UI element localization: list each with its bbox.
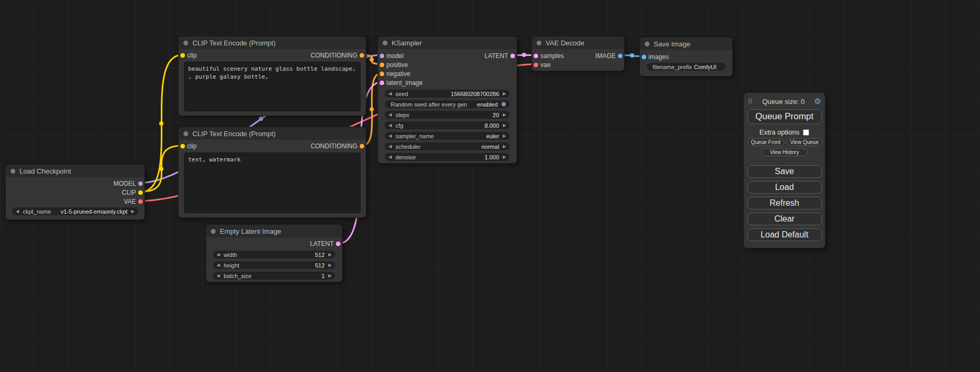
input-slot-positive[interactable] [380, 62, 384, 67]
widget-height[interactable]: ◀ height 512 ▶ [213, 261, 335, 269]
output-slot-conditioning[interactable] [360, 53, 364, 58]
widget-seed[interactable]: ◀ seed 156680208700286 ▶ [385, 90, 510, 98]
extra-options-checkbox[interactable] [803, 129, 809, 136]
node-save-image[interactable]: Save Image images filename_prefix ComfyU… [639, 37, 733, 77]
node-title: CLIP Text Encode (Prompt) [192, 39, 276, 47]
increment-icon[interactable]: ▶ [503, 92, 506, 96]
widget-scheduler[interactable]: ◀ scheduler normal ▶ [385, 142, 510, 150]
input-label: model [386, 52, 404, 60]
decrement-icon[interactable]: ◀ [217, 253, 220, 257]
output-slot-conditioning[interactable] [360, 144, 364, 149]
increment-icon[interactable]: ▶ [328, 253, 332, 257]
increment-icon[interactable]: ▶ [503, 145, 506, 149]
decrement-icon[interactable]: ◀ [389, 145, 392, 149]
decrement-icon[interactable]: ◀ [16, 209, 19, 214]
settings-gear-icon[interactable]: ⚙ [814, 97, 821, 106]
collapse-dot-icon[interactable] [183, 41, 188, 45]
prompt-textarea[interactable]: text, watermark [184, 152, 361, 213]
node-title-bar[interactable]: KSampler [378, 36, 517, 49]
queue-front-button[interactable]: Queue Front [748, 138, 784, 146]
node-clip-text-encode-positive[interactable]: CLIP Text Encode (Prompt) clip CONDITION… [178, 36, 366, 116]
node-title-bar[interactable]: Save Image [640, 37, 732, 50]
extra-options-row: Extra options [760, 128, 810, 136]
view-history-button[interactable]: View History [761, 148, 808, 156]
output-label: CONDITIONING [311, 52, 357, 59]
save-button[interactable]: Save [748, 165, 822, 178]
increment-icon[interactable]: ▶ [131, 209, 134, 214]
decrement-icon[interactable]: ◀ [389, 134, 392, 138]
decrement-icon[interactable]: ◀ [389, 113, 392, 117]
output-slot-latent[interactable] [510, 53, 515, 58]
input-slot-images[interactable] [642, 54, 646, 59]
output-label: IMAGE [595, 52, 616, 60]
input-slot-negative[interactable] [380, 71, 384, 76]
output-label: CLIP [122, 189, 136, 196]
output-slot-image[interactable] [618, 53, 623, 58]
collapse-dot-icon[interactable] [645, 42, 649, 46]
node-title-bar[interactable]: Empty Latent Image [206, 225, 342, 237]
output-slot-clip[interactable] [138, 190, 143, 195]
node-empty-latent-image[interactable]: Empty Latent Image LATENT ◀ width 512 ▶ … [206, 224, 343, 282]
wire-midpoint-dot [259, 117, 263, 121]
input-slot-latent-image[interactable] [380, 80, 384, 85]
node-ksampler[interactable]: KSampler model LATENT positive negative … [377, 36, 517, 164]
node-title-bar[interactable]: VAE Decode [532, 36, 624, 49]
queue-prompt-button[interactable]: Queue Prompt [748, 109, 822, 124]
decrement-icon[interactable]: ◀ [217, 263, 220, 268]
widget-name: ckpt_name [23, 208, 51, 215]
widget-random-seed-toggle[interactable]: Random seed after every gen enabled [385, 100, 510, 108]
wire-clip-to-negative [141, 146, 182, 192]
widget-cfg[interactable]: ◀ cfg 8.000 ▶ [385, 121, 510, 129]
refresh-button[interactable]: Refresh [748, 197, 822, 209]
node-title-bar[interactable]: Load Checkpoint [6, 165, 144, 177]
collapse-dot-icon[interactable] [537, 41, 541, 45]
collapse-dot-icon[interactable] [383, 41, 387, 45]
widget-batch-size[interactable]: ◀ batch_size 1 ▶ [213, 272, 335, 280]
node-canvas[interactable]: { "icons": { "arrow_left": "◀", "arrow_r… [0, 0, 980, 372]
collapse-dot-icon[interactable] [11, 169, 15, 174]
input-slot-samples[interactable] [533, 53, 538, 58]
load-default-button[interactable]: Load Default [748, 228, 822, 241]
drag-handle-icon[interactable]: ⠿ [748, 98, 753, 106]
widget-denoise[interactable]: ◀ denoise 1.000 ▶ [385, 153, 510, 161]
increment-icon[interactable]: ▶ [328, 263, 332, 268]
decrement-icon[interactable]: ◀ [217, 274, 220, 278]
node-load-checkpoint[interactable]: Load Checkpoint MODEL CLIP VAE ◀ ckpt_na… [5, 164, 145, 220]
prompt-textarea[interactable]: beautiful scenery nature glass bottle la… [184, 62, 361, 111]
input-slot-vae[interactable] [533, 62, 538, 67]
input-slot-model[interactable] [380, 53, 384, 58]
input-slot-clip[interactable] [180, 53, 185, 58]
node-vae-decode[interactable]: VAE Decode samples IMAGE vae [531, 36, 625, 71]
collapse-dot-icon[interactable] [211, 229, 216, 234]
widget-filename-prefix[interactable]: filename_prefix ComfyUI [647, 63, 725, 71]
input-label: vae [540, 61, 550, 69]
node-title: Load Checkpoint [20, 167, 71, 175]
view-queue-button[interactable]: View Queue [787, 138, 822, 146]
node-title-bar[interactable]: CLIP Text Encode (Prompt) [179, 127, 366, 140]
input-label: negative [386, 70, 410, 78]
collapse-dot-icon[interactable] [183, 131, 188, 136]
output-slot-vae[interactable] [138, 199, 143, 204]
decrement-icon[interactable]: ◀ [389, 155, 392, 159]
node-clip-text-encode-negative[interactable]: CLIP Text Encode (Prompt) clip CONDITION… [178, 127, 366, 218]
increment-icon[interactable]: ▶ [503, 155, 506, 159]
input-slot-clip[interactable] [180, 144, 185, 149]
increment-icon[interactable]: ▶ [503, 113, 506, 117]
widget-ckpt-name[interactable]: ◀ ckpt_name v1-5-pruned-emaonly.ckpt ▶ [12, 207, 138, 215]
increment-icon[interactable]: ▶ [503, 134, 506, 138]
input-label: images [648, 53, 669, 61]
decrement-icon[interactable]: ◀ [389, 123, 392, 128]
widget-sampler-name[interactable]: ◀ sampler_name euler ▶ [385, 132, 510, 140]
clear-button[interactable]: Clear [748, 213, 822, 225]
output-slot-latent[interactable] [336, 241, 341, 246]
increment-icon[interactable]: ▶ [328, 274, 332, 278]
widget-steps[interactable]: ◀ steps 20 ▶ [385, 111, 510, 119]
toggle-indicator-icon[interactable] [501, 102, 506, 107]
slot-row: model LATENT [378, 51, 517, 60]
decrement-icon[interactable]: ◀ [389, 92, 392, 96]
output-slot-model[interactable] [138, 181, 143, 186]
load-button[interactable]: Load [748, 181, 822, 194]
increment-icon[interactable]: ▶ [503, 123, 506, 128]
node-title-bar[interactable]: CLIP Text Encode (Prompt) [179, 36, 366, 49]
widget-width[interactable]: ◀ width 512 ▶ [213, 251, 335, 259]
